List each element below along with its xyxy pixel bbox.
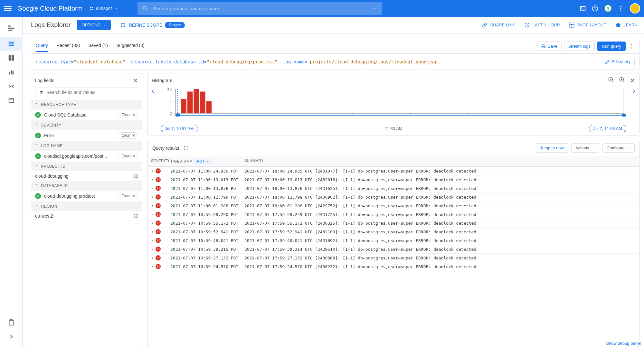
search-bar[interactable] xyxy=(137,2,382,15)
page-layout-button[interactable]: PAGE LAYOUT xyxy=(569,22,606,28)
chevron-down-icon xyxy=(114,6,118,10)
page-title: Logs Explorer xyxy=(31,21,71,29)
learn-button[interactable]: LEARN xyxy=(615,22,638,28)
hamburger-icon[interactable] xyxy=(4,5,12,12)
svg-rect-6 xyxy=(8,28,14,29)
link-icon xyxy=(482,22,488,28)
rail-logging-icon[interactable] xyxy=(0,20,23,33)
options-button[interactable]: OPTIONS xyxy=(77,20,111,30)
svg-rect-7 xyxy=(8,30,12,31)
share-link-button[interactable]: SHARE LINK xyxy=(482,22,515,28)
clock-icon xyxy=(524,22,530,28)
svg-point-22 xyxy=(121,23,125,27)
left-rail xyxy=(0,17,23,33)
svg-point-4 xyxy=(620,10,621,11)
chevron-down-icon[interactable] xyxy=(371,5,378,12)
sub-header: Logs Explorer OPTIONS REFINE SCOPE Proje… xyxy=(23,17,644,33)
gcp-logo[interactable]: Google Cloud Platform xyxy=(17,5,82,12)
cloud-shell-icon[interactable] xyxy=(580,5,586,12)
project-icon xyxy=(90,7,93,10)
top-header: Google Cloud Platform sunspot ? 3 xyxy=(0,0,644,17)
header-actions: ? 3 xyxy=(580,3,640,14)
time-range-button[interactable]: LAST 1 HOUR xyxy=(524,22,560,28)
avatar[interactable] xyxy=(630,3,640,14)
svg-rect-5 xyxy=(8,25,11,26)
search-icon xyxy=(142,5,148,12)
svg-point-3 xyxy=(620,8,621,9)
svg-text:?: ? xyxy=(594,6,596,10)
scope-icon xyxy=(120,22,126,28)
svg-point-2 xyxy=(620,6,621,7)
project-name: sunspot xyxy=(96,6,112,11)
help-icon[interactable]: ? xyxy=(592,5,598,12)
svg-rect-24 xyxy=(570,23,574,27)
learn-icon xyxy=(615,22,621,28)
scope-pill: Project xyxy=(165,22,185,28)
chevron-down-icon xyxy=(102,23,106,27)
notifications-badge[interactable]: 3 xyxy=(604,5,612,12)
more-icon[interactable] xyxy=(618,5,624,12)
search-input[interactable] xyxy=(153,6,367,11)
layout-icon xyxy=(569,22,575,28)
project-selector[interactable]: sunspot xyxy=(90,6,118,11)
refine-scope-button[interactable]: REFINE SCOPE Project xyxy=(120,22,185,28)
